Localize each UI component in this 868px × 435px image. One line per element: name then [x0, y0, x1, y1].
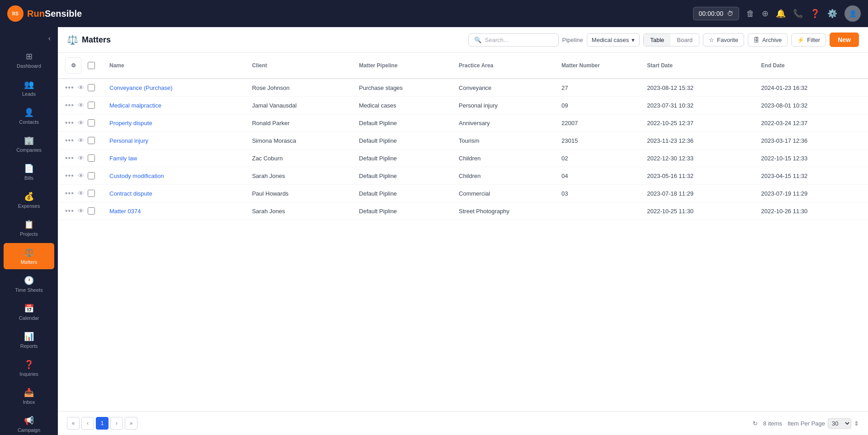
sidebar-item-projects[interactable]: 📋 Projects [4, 215, 54, 241]
archive-button[interactable]: 🗄 Archive [748, 33, 788, 47]
sidebar-item-campaign[interactable]: 📢 Campaign [4, 411, 54, 435]
favorite-button[interactable]: ☆ Favorite [703, 33, 744, 47]
sidebar-item-companies[interactable]: 🏢 Companies [4, 131, 54, 157]
pipeline-dropdown[interactable]: Medical cases ▾ [587, 33, 640, 47]
row-menu-0[interactable]: ••• [65, 84, 74, 92]
matter-link-1[interactable]: Medical malpractice [109, 102, 161, 109]
archive-icon: 🗄 [754, 37, 760, 43]
sidebar-toggle[interactable]: ‹ [0, 31, 58, 46]
refresh-icon[interactable]: ↻ [753, 420, 758, 427]
row-checkbox-0[interactable] [88, 84, 95, 91]
user-avatar[interactable]: 👤 [844, 5, 861, 22]
select-all-checkbox[interactable] [88, 62, 95, 69]
sidebar-item-inquiries[interactable]: ❓ Inquiries [4, 355, 54, 381]
pipeline-value: Medical cases [592, 37, 629, 43]
star-icon: ☆ [709, 37, 714, 43]
view-table-button[interactable]: Table [644, 34, 670, 46]
new-matter-button[interactable]: New [830, 33, 859, 47]
last-page-button[interactable]: » [125, 417, 137, 430]
search-box[interactable]: 🔍 [468, 33, 559, 47]
row-end-date-2: 2022-03-24 12:37 [754, 114, 868, 132]
prev-page-button[interactable]: ‹ [81, 417, 94, 430]
matter-link-6[interactable]: Contract dispute [109, 190, 152, 197]
matter-link-3[interactable]: Personal injury [109, 137, 148, 144]
page-title-icon: ⚖️ [67, 34, 78, 45]
sidebar-label-dashboard: Dashboard [17, 63, 41, 69]
row-menu-6[interactable]: ••• [65, 189, 74, 197]
matter-link-4[interactable]: Family law [109, 155, 137, 162]
svg-text:RS: RS [12, 11, 19, 16]
sidebar-item-bills[interactable]: 📄 Bills [4, 159, 54, 185]
table-row: ••• 👁 Conveyance (Purchase) Rose Johnson… [58, 79, 868, 97]
row-checkbox-6[interactable] [88, 190, 95, 197]
row-name-6: Contract dispute [102, 185, 245, 202]
row-preview-5[interactable]: 👁 [78, 172, 84, 179]
row-name-5: Custody modification [102, 167, 245, 185]
view-toggle: Table Board [643, 33, 699, 47]
matter-link-0[interactable]: Conveyance (Purchase) [109, 84, 172, 91]
row-preview-4[interactable]: 👁 [78, 154, 84, 162]
per-page-select[interactable]: 30 50 100 [828, 418, 851, 429]
sidebar-item-leads[interactable]: 👥 Leads [4, 75, 54, 101]
view-board-button[interactable]: Board [670, 34, 699, 46]
sidebar-label-leads: Leads [22, 91, 36, 97]
sidebar-item-reports[interactable]: 📊 Reports [4, 327, 54, 353]
row-preview-2[interactable]: 👁 [78, 119, 84, 126]
row-preview-3[interactable]: 👁 [78, 137, 84, 144]
app-logo[interactable]: RS RunSensible [7, 5, 82, 22]
row-area-4: Children [452, 150, 554, 167]
row-preview-7[interactable]: 👁 [78, 207, 84, 215]
next-page-button[interactable]: › [110, 417, 123, 430]
row-checkbox-5[interactable] [88, 172, 95, 179]
row-menu-4[interactable]: ••• [65, 154, 74, 162]
row-client-1: Jamal Vanausdal [245, 97, 352, 114]
table-settings-icon[interactable]: ⚙ [65, 57, 81, 74]
notification-icon[interactable]: 🔔 [776, 9, 786, 19]
sidebar-item-expenses[interactable]: 💰 Expenses [4, 187, 54, 213]
timer-display[interactable]: 00:00:00 ⏱ [693, 7, 740, 20]
th-controls: ⚙ [58, 53, 102, 79]
row-client-4: Zac Coburn [245, 150, 352, 167]
sidebar-item-calendar[interactable]: 📅 Calendar [4, 299, 54, 325]
row-checkbox-7[interactable] [88, 207, 95, 215]
sidebar-item-matters[interactable]: ⚖️ Matters [4, 243, 54, 269]
row-checkbox-4[interactable] [88, 154, 95, 162]
matter-link-5[interactable]: Custody modification [109, 173, 164, 179]
row-checkbox-1[interactable] [88, 102, 95, 109]
row-preview-0[interactable]: 👁 [78, 84, 84, 91]
page-1-button[interactable]: 1 [96, 417, 108, 430]
th-client: Client [245, 53, 352, 79]
phone-icon[interactable]: 📞 [793, 9, 803, 19]
row-end-date-7: 2022-10-26 11:30 [754, 202, 868, 220]
row-menu-5[interactable]: ••• [65, 172, 74, 180]
sidebar-item-contacts[interactable]: 👤 Contacts [4, 103, 54, 129]
row-area-5: Children [452, 167, 554, 185]
row-controls-0: ••• 👁 [58, 79, 102, 97]
pipeline-label: Pipeline [562, 37, 583, 43]
trash-icon[interactable]: 🗑 [746, 9, 755, 19]
first-page-button[interactable]: « [67, 417, 80, 430]
sidebar-item-timesheets[interactable]: 🕐 Time Sheets [4, 271, 54, 297]
add-icon[interactable]: ⊕ [762, 9, 769, 19]
row-menu-7[interactable]: ••• [65, 207, 74, 215]
row-menu-3[interactable]: ••• [65, 136, 74, 145]
matter-link-2[interactable]: Property dispute [109, 120, 152, 126]
search-input[interactable] [485, 37, 553, 43]
row-number-4: 02 [554, 150, 640, 167]
row-menu-2[interactable]: ••• [65, 119, 74, 127]
filter-button[interactable]: ⚡ Filter [791, 33, 826, 47]
row-menu-1[interactable]: ••• [65, 101, 74, 109]
row-preview-6[interactable]: 👁 [78, 190, 84, 197]
table-header-row: ⚙ Name Client Matter Pipeline Practice A… [58, 53, 868, 79]
sidebar-item-inbox[interactable]: 📥 Inbox [4, 383, 54, 409]
favorite-label: Favorite [717, 37, 738, 43]
help-icon[interactable]: ❓ [810, 9, 820, 19]
row-preview-1[interactable]: 👁 [78, 102, 84, 109]
row-checkbox-2[interactable] [88, 119, 95, 126]
sidebar-item-dashboard[interactable]: ⊞ Dashboard [4, 47, 54, 73]
matter-link-7[interactable]: Matter 0374 [109, 208, 141, 215]
logo-text: RunSensible [27, 9, 82, 19]
page-title-area: ⚖️ Matters [67, 34, 111, 45]
settings-icon[interactable]: ⚙️ [827, 9, 837, 19]
row-checkbox-3[interactable] [88, 137, 95, 144]
